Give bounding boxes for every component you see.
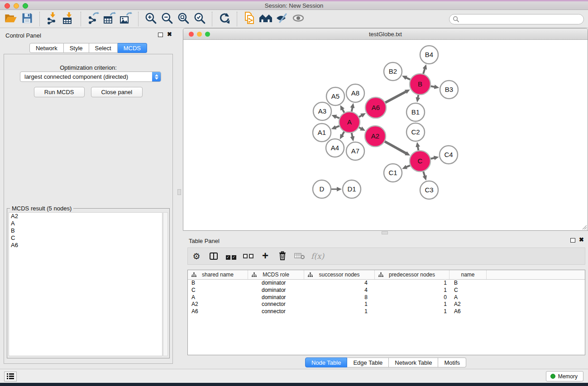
table-cell[interactable]: 8: [304, 294, 375, 301]
close-panel-icon[interactable]: ✖: [167, 31, 172, 38]
search-input[interactable]: [449, 14, 584, 24]
float-panel-icon[interactable]: [158, 33, 163, 37]
zoom-out-button[interactable]: [159, 11, 175, 27]
tab-style[interactable]: Style: [64, 43, 89, 53]
table-cell[interactable]: 1: [304, 301, 375, 308]
float-table-panel-icon[interactable]: [570, 238, 575, 243]
graph-edge-a-a6[interactable]: [359, 115, 362, 117]
graph-edge-a2-c[interactable]: [385, 142, 406, 154]
graph-edge-a-a3[interactable]: [335, 117, 339, 119]
column-header-predecessor-nodes[interactable]: predecessor nodes: [375, 270, 449, 279]
result-item-b[interactable]: B: [9, 227, 162, 234]
horizontal-splitter-handle[interactable]: [382, 231, 388, 234]
import-network-button[interactable]: [44, 11, 60, 27]
table-cell[interactable]: dominator: [248, 280, 304, 287]
vertical-splitter-handle[interactable]: [177, 189, 181, 195]
export-network-button[interactable]: [85, 11, 101, 27]
criterion-select[interactable]: largest connected component (directed): [20, 71, 161, 82]
table-cell[interactable]: B: [188, 280, 248, 287]
graph-edge-b-b4[interactable]: [423, 68, 425, 74]
refresh-button[interactable]: [216, 11, 233, 27]
graph-edge-c-c4[interactable]: [430, 158, 435, 159]
zoom-selected-button[interactable]: [191, 11, 208, 27]
import-table-button[interactable]: [60, 11, 76, 27]
function-builder-button[interactable]: f(x): [308, 248, 324, 264]
result-list-scrollbar[interactable]: [163, 212, 168, 356]
table-cell[interactable]: A2: [188, 301, 248, 308]
graph-edge-c-c3[interactable]: [423, 172, 425, 177]
task-history-button[interactable]: [4, 372, 17, 381]
save-session-button[interactable]: [19, 11, 35, 27]
column-header-successor-nodes[interactable]: successor nodes: [304, 270, 375, 279]
export-table-button[interactable]: [101, 11, 118, 27]
table-cell[interactable]: 4: [304, 287, 375, 294]
graph-edge-b-b3[interactable]: [431, 86, 435, 87]
result-item-a2[interactable]: A2: [9, 213, 162, 220]
table-cell[interactable]: 1: [375, 308, 449, 315]
graph-edge-a-a1[interactable]: [335, 126, 339, 128]
result-item-a6[interactable]: A6: [9, 242, 162, 249]
column-header-mcds-role[interactable]: MCDS role: [248, 270, 304, 279]
delete-column-button[interactable]: [274, 248, 291, 264]
table-cell[interactable]: connector: [248, 308, 304, 315]
close-table-panel-icon[interactable]: ✖: [579, 236, 584, 243]
table-tab-edge-table[interactable]: Edge Table: [347, 357, 389, 367]
export-image-button[interactable]: [118, 11, 134, 27]
table-cell[interactable]: 1: [304, 308, 375, 315]
graph-edge-a-a5[interactable]: [342, 109, 344, 113]
graph-edge-a-a2[interactable]: [359, 127, 362, 129]
add-column-button[interactable]: +: [257, 248, 274, 264]
column-header-name[interactable]: name: [449, 270, 487, 279]
memory-button[interactable]: Memory: [546, 371, 583, 381]
table-options-button[interactable]: ⚙: [188, 248, 205, 264]
zoom-in-button[interactable]: [143, 11, 159, 27]
window-resize-grip[interactable]: [581, 224, 587, 230]
table-cell[interactable]: dominator: [248, 287, 304, 294]
table-cell[interactable]: C: [188, 287, 248, 294]
table-cell[interactable]: A2: [449, 301, 487, 308]
show-columns-button[interactable]: [205, 248, 222, 264]
result-item-c[interactable]: C: [9, 234, 162, 242]
close-panel-button[interactable]: Close panel: [91, 87, 143, 97]
open-file-button[interactable]: [3, 11, 19, 27]
table-cell[interactable]: A: [449, 294, 487, 301]
clone-network-button[interactable]: [241, 11, 258, 27]
graph-edge-c-c2[interactable]: [418, 146, 419, 151]
table-tab-motifs[interactable]: Motifs: [438, 357, 466, 367]
hide-panels-button[interactable]: [274, 11, 290, 27]
table-cell[interactable]: 1: [375, 301, 449, 308]
table-cell[interactable]: C: [449, 287, 487, 294]
table-cell[interactable]: 1: [375, 287, 449, 294]
graph-edge-b-b2[interactable]: [406, 77, 410, 80]
deselect-all-columns-button[interactable]: [239, 248, 257, 264]
table-cell[interactable]: B: [449, 280, 487, 287]
tab-network[interactable]: Network: [29, 43, 64, 53]
graph-edge-b-b1[interactable]: [418, 95, 418, 99]
table-cell[interactable]: dominator: [248, 294, 304, 301]
tab-select[interactable]: Select: [89, 43, 118, 53]
graph-edge-a-a7[interactable]: [352, 133, 353, 138]
table-tab-network-table[interactable]: Network Table: [389, 357, 438, 367]
tab-mcds[interactable]: MCDS: [118, 43, 147, 53]
network-canvas[interactable]: B4B2BB3A8A5A6A3B1AA1C2A2A4A7C4CC1C3DD1: [184, 40, 588, 230]
home-button[interactable]: [258, 11, 274, 27]
table-cell[interactable]: 0: [375, 294, 449, 301]
run-mcds-button[interactable]: Run MCDS: [34, 87, 85, 97]
table-cell[interactable]: connector: [248, 301, 304, 308]
table-tab-node-table[interactable]: Node Table: [305, 357, 348, 367]
result-item-a[interactable]: A: [9, 220, 162, 227]
graph-edge-a6-b[interactable]: [385, 91, 406, 103]
table-cell[interactable]: A6: [188, 308, 248, 315]
table-cell[interactable]: 4: [304, 280, 375, 287]
column-header-shared-name[interactable]: shared name: [188, 270, 248, 279]
table-cell[interactable]: A6: [449, 308, 487, 315]
graph-edge-a-a4[interactable]: [342, 132, 344, 136]
select-all-columns-button[interactable]: ✓✓: [222, 248, 239, 264]
graph-edge-c-c1[interactable]: [406, 166, 410, 167]
table-cell[interactable]: 1: [375, 280, 449, 287]
table-cell[interactable]: A: [188, 294, 248, 301]
show-hidden-button[interactable]: [290, 11, 306, 27]
graph-edge-a-a8[interactable]: [352, 107, 353, 111]
delete-table-button[interactable]: [291, 248, 308, 264]
zoom-fit-button[interactable]: [175, 11, 191, 27]
